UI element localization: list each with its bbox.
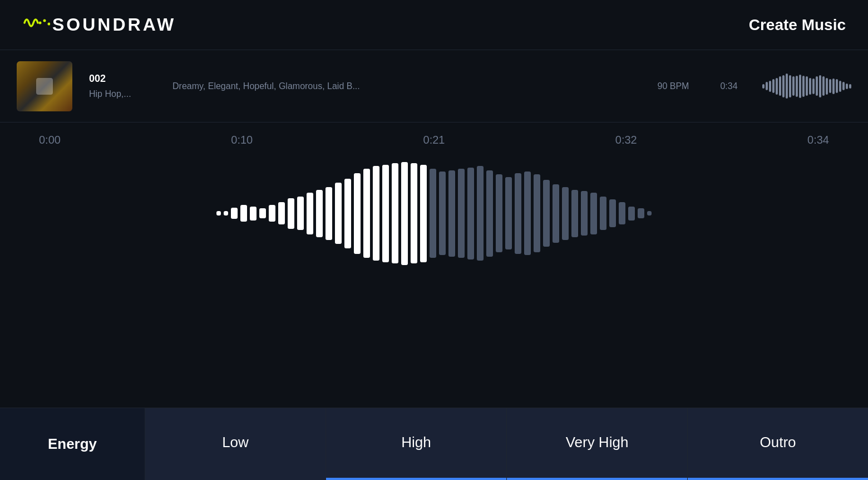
mini-wave-bar <box>769 81 771 92</box>
wave-bar <box>316 190 323 237</box>
logo-icon <box>22 12 50 38</box>
mini-wave-bar <box>809 78 811 95</box>
energy-btn-high[interactable]: High <box>326 408 506 480</box>
wave-bar <box>392 163 398 263</box>
mini-wave-bar <box>849 84 851 89</box>
energy-buttons: Low High Very High Outro <box>145 408 868 480</box>
time-marker-2: 0:21 <box>423 134 445 146</box>
track-thumbnail <box>17 61 72 111</box>
track-duration: 0:34 <box>712 81 746 91</box>
mini-wave-bar <box>776 78 778 95</box>
energy-btn-low[interactable]: Low <box>145 408 326 480</box>
wave-bar <box>619 202 625 224</box>
wave-bar <box>401 162 408 265</box>
create-music-button[interactable]: Create Music <box>749 16 846 34</box>
logo-text: SOUNDRAW <box>52 14 176 35</box>
mini-wave-bar <box>846 84 848 89</box>
wave-bar <box>297 197 304 230</box>
track-genre: Hip Hop,... <box>89 89 156 99</box>
wave-bar <box>562 187 569 240</box>
wave-bar <box>326 187 332 240</box>
timeline-section: 0:00 0:10 0:21 0:32 0:34 <box>0 123 868 146</box>
wave-bar <box>430 169 436 258</box>
svg-point-2 <box>48 23 51 26</box>
wave-bar <box>467 168 474 259</box>
svg-point-1 <box>43 19 46 22</box>
mini-wave-bar <box>796 76 798 97</box>
wave-bar <box>628 207 635 221</box>
mini-wave-bar <box>789 75 791 97</box>
mini-wave-bar <box>839 81 841 92</box>
mini-wave-bar <box>766 82 768 90</box>
wave-bar <box>224 211 228 215</box>
wave-bar <box>240 205 247 222</box>
wave-bar <box>259 208 266 218</box>
track-waveform-mini <box>762 74 851 99</box>
track-number: 002 <box>89 73 156 85</box>
energy-btn-very-high[interactable]: Very High <box>506 408 687 480</box>
energy-btn-outro[interactable]: Outro <box>687 408 868 480</box>
wave-bar <box>278 202 285 224</box>
time-marker-4: 0:34 <box>807 134 829 146</box>
wave-bar <box>288 198 294 229</box>
mini-wave-bar <box>829 79 831 93</box>
wave-bar <box>216 211 221 215</box>
track-moods: Dreamy, Elegant, Hopeful, Glamorous, Lai… <box>172 81 634 91</box>
time-marker-0: 0:00 <box>39 134 61 146</box>
mini-wave-bar <box>802 76 805 97</box>
time-marker-1: 0:10 <box>231 134 253 146</box>
mini-wave-bar <box>792 76 795 96</box>
energy-label: Energy <box>48 435 97 453</box>
mini-wave-bar <box>836 79 838 93</box>
wave-bar <box>524 172 531 255</box>
wave-bar <box>496 174 502 252</box>
mini-wave-bar <box>842 82 845 90</box>
mini-wave-bar <box>772 79 775 93</box>
wave-bar <box>534 174 540 252</box>
wave-bar <box>590 193 597 234</box>
wave-bar <box>269 205 275 222</box>
wave-bar <box>571 190 578 237</box>
wave-bar <box>477 166 484 261</box>
mini-wave-bar <box>832 79 835 94</box>
mini-wave-bar <box>822 76 825 96</box>
energy-label-container: Energy <box>0 408 145 480</box>
mini-wave-bar <box>779 76 781 96</box>
wave-bar <box>543 180 550 247</box>
wave-bar <box>373 166 379 261</box>
wave-bar <box>307 193 313 234</box>
mini-wave-bar <box>782 75 785 97</box>
wave-bar <box>458 169 465 258</box>
wave-bar <box>448 170 455 257</box>
wave-bar <box>382 165 389 262</box>
wave-bar <box>420 165 427 262</box>
energy-section: Energy Low High Very High Outro <box>0 408 868 480</box>
wave-bar <box>647 211 652 215</box>
track-bpm: 90 BPM <box>651 81 696 91</box>
mini-wave-bar <box>816 76 818 96</box>
wave-bar <box>344 179 351 248</box>
timeline-markers: 0:00 0:10 0:21 0:32 0:34 <box>22 134 846 146</box>
svg-point-0 <box>39 22 42 25</box>
track-info: 002 Hip Hop,... <box>89 73 156 99</box>
mini-wave-bar <box>786 74 788 99</box>
wave-bar <box>600 197 606 230</box>
mini-wave-bar <box>806 76 808 96</box>
wave-bar <box>439 172 446 255</box>
logo: SOUNDRAW <box>22 12 176 38</box>
wave-bar <box>638 208 644 218</box>
wave-bar <box>231 208 238 219</box>
time-marker-3: 0:32 <box>615 134 637 146</box>
wave-bar <box>553 184 559 243</box>
wave-bar <box>486 170 493 257</box>
mini-wave-bar <box>826 78 828 95</box>
waveform-container[interactable] <box>0 152 868 275</box>
wave-bar <box>411 163 417 263</box>
mini-wave-bar <box>812 79 815 94</box>
mini-wave-bar <box>762 84 765 89</box>
wave-bar <box>250 207 257 221</box>
mini-wave-bar <box>819 75 821 97</box>
wave-bar <box>363 169 370 258</box>
wave-bar <box>505 177 512 249</box>
track-row: 002 Hip Hop,... Dreamy, Elegant, Hopeful… <box>0 50 868 123</box>
